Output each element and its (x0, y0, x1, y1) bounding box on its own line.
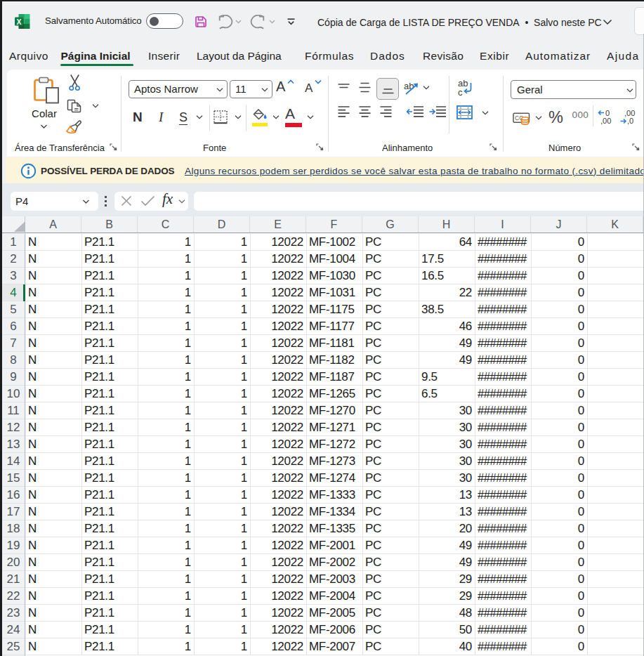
svg-text:X: X (16, 18, 21, 26)
